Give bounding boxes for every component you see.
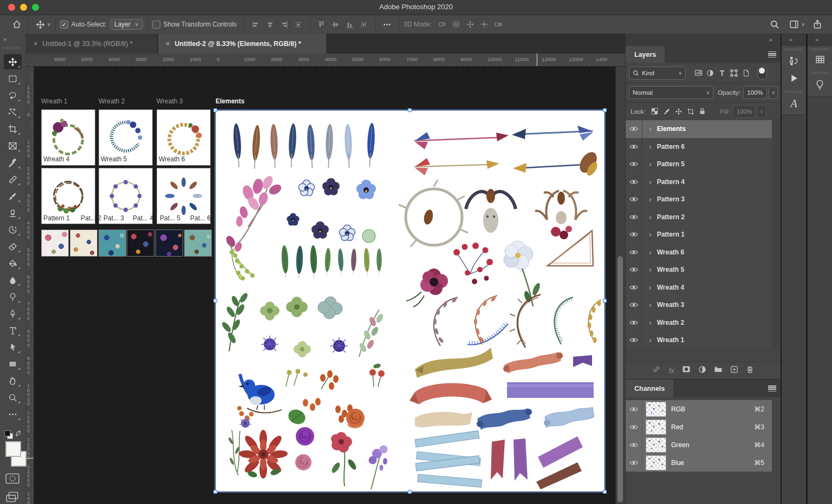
lock-all-icon[interactable] [697, 108, 708, 115]
layer-visibility-eye-icon[interactable] [626, 226, 642, 244]
layer-row-wreath-4[interactable]: ›Wreath 4 [626, 279, 772, 297]
layer-row-pattern-5[interactable]: ›Pattern 5 [626, 155, 772, 174]
opacity-value-field[interactable]: 100% [743, 86, 767, 99]
3d-camera-icon[interactable] [491, 17, 505, 31]
link-layers-icon[interactable] [652, 365, 661, 376]
delete-layer-icon[interactable] [746, 365, 754, 376]
artboard-label-elements[interactable]: Elements [216, 97, 244, 105]
group-disclosure-chevron-icon[interactable]: › [649, 195, 652, 204]
selection-handle-bottom-right[interactable] [603, 490, 607, 494]
layer-visibility-eye-icon[interactable] [626, 279, 642, 297]
show-transform-controls-checkbox[interactable]: ✓ [152, 21, 160, 29]
workspace-chevron-icon[interactable]: ∨ [801, 22, 805, 27]
move-tool-icon[interactable] [33, 17, 47, 31]
layer-visibility-eye-icon[interactable] [626, 191, 642, 208]
artboard-label-wreath-3[interactable]: Wreath 3 [157, 97, 183, 105]
artboard-label-pattern-2[interactable]: Pat... 2 [81, 214, 101, 222]
filter-pixel-layers-icon[interactable] [692, 69, 704, 77]
layer-visibility-eye-icon[interactable] [626, 155, 642, 173]
channel-visibility-eye-icon[interactable] [626, 418, 642, 436]
auto-select-checkbox[interactable]: ✓ [60, 21, 68, 29]
layer-row-pattern-4[interactable]: ›Pattern 4 [626, 173, 772, 192]
more-align-options-icon[interactable] [380, 17, 394, 31]
new-adjustment-layer-icon[interactable] [698, 365, 706, 376]
layer-filter-kind-select[interactable]: Kind∨ [629, 67, 686, 80]
magic-wand-tool[interactable] [4, 104, 22, 120]
filter-adjustment-layers-icon[interactable] [704, 69, 716, 77]
opacity-chevron-icon[interactable]: ∨ [769, 86, 778, 99]
distribute-vertical-icon[interactable] [357, 17, 371, 31]
frame-tool[interactable] [4, 138, 22, 153]
layer-row-pattern-3[interactable]: ›Pattern 3 [626, 191, 772, 209]
selection-handle-middle-left[interactable] [213, 299, 217, 303]
group-disclosure-chevron-icon[interactable]: › [649, 142, 652, 151]
rectangular-marquee-tool[interactable] [4, 71, 22, 86]
3d-orbit-icon[interactable] [435, 17, 449, 31]
group-disclosure-chevron-icon[interactable]: › [649, 283, 652, 292]
artboard-label-pattern-4[interactable]: Pat... 4 [133, 214, 153, 222]
move-tool[interactable] [4, 54, 22, 69]
tab-layers[interactable]: Layers [626, 46, 665, 63]
type-tool[interactable] [4, 323, 22, 338]
tools-gripper[interactable] [2, 47, 22, 49]
blur-tool[interactable] [4, 272, 22, 287]
canvas-vertical-scrollbar[interactable] [615, 67, 625, 504]
align-vertical-centers-icon[interactable] [329, 17, 343, 31]
layer-visibility-eye-icon[interactable] [626, 138, 642, 156]
new-group-icon[interactable] [714, 365, 723, 376]
blend-mode-select[interactable]: Normal∨ [629, 86, 713, 99]
artboard-pattern-5[interactable] [155, 230, 183, 257]
clone-stamp-tool[interactable] [4, 205, 22, 220]
layer-visibility-eye-icon[interactable] [626, 244, 642, 261]
crop-tool[interactable] [4, 121, 22, 136]
lock-transparent-pixels-icon[interactable] [649, 108, 661, 115]
scrollbar-thumb[interactable] [618, 256, 623, 502]
layer-visibility-eye-icon[interactable] [626, 296, 642, 314]
channel-visibility-eye-icon[interactable] [626, 436, 642, 454]
artboard-elements-canvas[interactable] [216, 110, 604, 492]
group-disclosure-chevron-icon[interactable]: › [649, 213, 652, 221]
glyphs-panel-icon[interactable]: A [782, 94, 806, 113]
share-icon[interactable] [810, 17, 824, 31]
group-disclosure-chevron-icon[interactable]: › [649, 300, 652, 309]
pen-tool[interactable] [4, 306, 22, 321]
filter-shape-layers-icon[interactable] [728, 69, 740, 77]
channel-row-blue[interactable]: Blue⌘5 [626, 454, 772, 472]
path-selection-tool[interactable] [4, 339, 22, 355]
group-disclosure-chevron-icon[interactable]: › [649, 336, 652, 344]
actions-panel-icon[interactable] [782, 69, 806, 87]
add-layer-mask-icon[interactable] [682, 365, 691, 376]
layer-row-wreath-1[interactable]: ›Wreath 1 [626, 331, 772, 350]
tab-channels[interactable]: Channels [626, 379, 673, 397]
hand-tool[interactable] [4, 373, 22, 388]
history-brush-tool[interactable] [4, 222, 22, 237]
channel-visibility-eye-icon[interactable] [626, 454, 642, 472]
group-disclosure-chevron-icon[interactable]: › [649, 125, 652, 133]
artboard-pattern-3[interactable] [99, 230, 126, 257]
layer-row-pattern-1[interactable]: ›Pattern 1 [626, 226, 772, 244]
lock-image-pixels-icon[interactable] [661, 108, 673, 115]
3d-pan-icon[interactable] [463, 17, 477, 31]
layer-row-elements[interactable]: ›Elements [626, 120, 772, 139]
selection-handle-bottom-center[interactable] [408, 490, 412, 494]
brush-tool[interactable] [4, 188, 22, 204]
artboard-pattern-6[interactable] [184, 230, 212, 257]
collapse-tools-chevron-icon[interactable]: ›› [3, 36, 6, 42]
eraser-tool[interactable] [4, 239, 22, 254]
align-left-edges-icon[interactable] [249, 17, 263, 31]
home-icon[interactable] [10, 17, 24, 31]
selection-handle-middle-right[interactable] [603, 299, 607, 303]
artboard-label-wreath-2[interactable]: Wreath 2 [99, 97, 125, 105]
selection-handle-bottom-left[interactable] [213, 490, 217, 494]
lock-position-icon[interactable] [673, 108, 685, 115]
screen-mode-icon[interactable] [5, 491, 20, 504]
edit-toolbar[interactable] [4, 407, 22, 422]
dodge-tool[interactable] [4, 289, 22, 304]
foreground-color-swatch[interactable] [5, 441, 21, 457]
layer-visibility-eye-icon[interactable] [626, 208, 642, 226]
lasso-tool[interactable] [4, 88, 22, 103]
align-top-edges-icon[interactable] [315, 17, 329, 31]
artboard-label-wreath-4[interactable]: Wreath 4 [43, 155, 69, 163]
search-icon[interactable] [768, 17, 782, 31]
new-layer-icon[interactable] [730, 365, 738, 376]
